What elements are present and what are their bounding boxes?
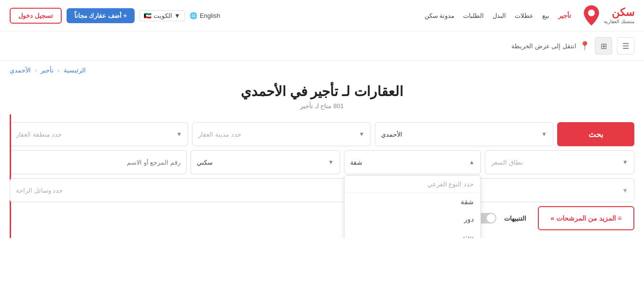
svg-point-0 <box>588 10 595 16</box>
nav-item-rent[interactable]: تأجير <box>558 12 571 19</box>
country-selector[interactable]: ▼ الكويت 🇰🇼 <box>139 10 185 21</box>
area-placeholder: حدد مدينة العقار <box>198 131 241 138</box>
logo[interactable]: سكن منصتك العقارية <box>583 5 634 26</box>
nav-item-exchange[interactable]: البدل <box>493 12 506 19</box>
left-border-decoration <box>10 114 11 238</box>
amenities-select[interactable]: ▼ حدد وسائل الراحة <box>10 178 634 202</box>
country-label: الكويت <box>153 12 172 19</box>
price-select[interactable]: ▼ نطاق السعر <box>485 150 634 174</box>
breadcrumb-separator-2: › <box>35 67 37 74</box>
chevron-down-icon: ▼ <box>328 159 334 166</box>
area-select[interactable]: ▼ حدد مدينة العقار <box>192 122 370 146</box>
search-form: بحث ▼ الأحمدي ▼ حدد مدينة العقار ▼ حدد م… <box>0 114 644 238</box>
search-row-3: ▼ حدد وسائل الراحة <box>10 178 634 202</box>
toolbar: ☰ ⊞ 📍 انتقل إلى عرض الخريطة <box>0 31 644 61</box>
type-select-wrapper: ▲ شقة حدد النوع الفرعي شقة دور بيت عمارة <box>344 150 481 174</box>
page-title-section: العقارات لـ تأجير في الأحمدي 801 متاح لـ… <box>0 74 644 114</box>
dropdown-header: حدد النوع الفرعي <box>344 176 480 193</box>
more-filters-button[interactable]: ≡ المزيد من المرشحات » <box>538 206 634 230</box>
breadcrumb-current: الأحمدي <box>10 67 31 74</box>
logo-text: سكن منصتك العقارية <box>604 6 634 25</box>
breadcrumb-rent[interactable]: تأجير <box>41 67 54 74</box>
header-left: English 🌐 ▼ الكويت 🇰🇼 + أضف عقارك مجاناً… <box>10 8 220 24</box>
breadcrumb-separator-1: › <box>57 67 59 74</box>
nav-links: تأجير بيع عطلات البدل الطلبات مدونة سكن <box>425 12 572 19</box>
search-row-1: بحث ▼ الأحمدي ▼ حدد مدينة العقار ▼ حدد م… <box>10 122 634 146</box>
chevron-up-icon: ▲ <box>469 159 475 166</box>
page-subtitle: 801 متاح لـ تأجير <box>10 102 634 110</box>
city-select[interactable]: ▼ الأحمدي <box>375 122 553 146</box>
nav-item-requests[interactable]: الطلبات <box>463 12 484 19</box>
district-placeholder: حدد منطقة العقار <box>16 131 62 138</box>
nav-link-rent[interactable]: تأجير <box>558 12 571 19</box>
map-pin-icon: 📍 <box>579 41 590 51</box>
dropdown-item-apartment[interactable]: شقة <box>344 193 480 210</box>
grid-view-button[interactable]: ⊞ <box>595 37 612 55</box>
language-label: English <box>200 12 220 19</box>
nav-item-sell[interactable]: بيع <box>542 12 549 19</box>
page-title: العقارات لـ تأجير في الأحمدي <box>10 84 634 99</box>
amenities-placeholder: حدد وسائل الراحة <box>16 187 63 194</box>
login-button[interactable]: تسجيل دخول <box>10 8 62 24</box>
chevron-down-icon: ▼ <box>174 12 180 19</box>
map-link-label: انتقل إلى عرض الخريطة <box>511 42 576 50</box>
nav-link-vacations[interactable]: عطلات <box>515 12 534 19</box>
breadcrumb-container: الرئيسية › تأجير › الأحمدي <box>0 67 644 74</box>
dropdown-item-house[interactable]: بيت <box>344 228 480 238</box>
search-button[interactable]: بحث <box>557 122 634 146</box>
logo-subtitle: منصتك العقارية <box>604 19 634 25</box>
chevron-down-icon: ▼ <box>622 187 628 194</box>
language-selector[interactable]: English 🌐 <box>190 12 220 19</box>
add-property-button[interactable]: + أضف عقارك مجاناً <box>67 8 135 23</box>
type-select[interactable]: ▲ شقة <box>344 150 481 174</box>
chevron-down-icon: ▼ <box>176 131 182 138</box>
ref-input[interactable] <box>10 150 187 174</box>
nav-item-blog[interactable]: مدونة سكن <box>425 12 455 19</box>
chevron-down-icon: ▼ <box>359 131 365 138</box>
logo-name: سكن <box>604 6 634 19</box>
city-value: الأحمدي <box>381 131 402 138</box>
notifications-label: التنبيهات <box>504 215 526 222</box>
chevron-down-icon: ▼ <box>541 131 547 138</box>
search-row-2: ▼ نطاق السعر ▲ شقة حدد النوع الفرعي شقة … <box>10 150 634 174</box>
price-placeholder: نطاق السعر <box>491 159 523 166</box>
dropdown-item-floor[interactable]: دور <box>344 210 480 228</box>
flag-icon: 🇰🇼 <box>144 12 151 19</box>
header: سكن منصتك العقارية تأجير بيع عطلات البدل… <box>0 0 644 31</box>
purpose-select[interactable]: ▼ سكني <box>191 150 340 174</box>
breadcrumb: الرئيسية › تأجير › الأحمدي <box>10 67 86 74</box>
nav-link-exchange[interactable]: البدل <box>493 12 506 19</box>
nav-item-vacations[interactable]: عطلات <box>515 12 534 19</box>
nav-link-requests[interactable]: الطلبات <box>463 12 484 19</box>
list-view-button[interactable]: ☰ <box>617 37 634 55</box>
nav-link-blog[interactable]: مدونة سكن <box>425 12 455 19</box>
purpose-value: سكني <box>197 159 213 166</box>
bottom-row: ≡ المزيد من المرشحات » التنبيهات إلغاء ا… <box>10 206 634 238</box>
chevron-down-icon: ▼ <box>622 159 628 166</box>
type-value: شقة <box>350 159 362 166</box>
main-nav: تأجير بيع عطلات البدل الطلبات مدونة سكن <box>425 12 572 19</box>
logo-icon <box>583 5 600 26</box>
breadcrumb-home[interactable]: الرئيسية <box>64 67 86 74</box>
nav-link-sell[interactable]: بيع <box>542 12 549 19</box>
globe-icon: 🌐 <box>190 12 197 19</box>
district-select[interactable]: ▼ حدد منطقة العقار <box>10 122 188 146</box>
header-right: سكن منصتك العقارية تأجير بيع عطلات البدل… <box>425 5 634 26</box>
type-dropdown: حدد النوع الفرعي شقة دور بيت عمارة <box>344 175 481 238</box>
map-link[interactable]: 📍 انتقل إلى عرض الخريطة <box>511 41 590 51</box>
